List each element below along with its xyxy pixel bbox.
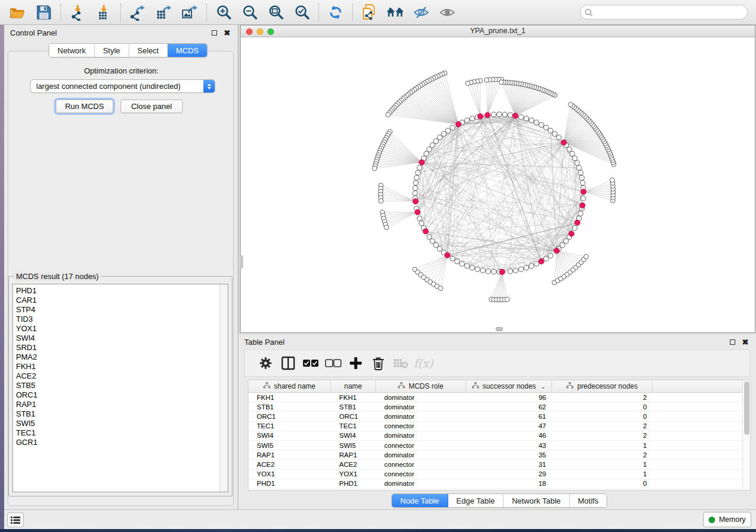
column-header-successor-nodes[interactable]: successor nodes⌄ [466,380,552,392]
hide-graphics-icon[interactable] [412,4,432,21]
export-table-icon[interactable] [154,4,174,21]
mcds-result-item[interactable]: ORC1 [13,390,219,399]
mcds-result-item[interactable]: STB1 [13,409,219,418]
table-row[interactable]: STB1STB1dominator620 [248,402,742,412]
mcds-result-item[interactable]: PMA2 [13,352,219,361]
node-table-header: shared namenameMCDS rolesuccessor nodes⌄… [248,380,742,393]
table-panel-titlebar: Table Panel ✖ [238,334,756,350]
import-table-icon[interactable] [94,4,114,21]
open-file-icon[interactable] [8,4,28,21]
network-canvas[interactable] [241,38,755,332]
column-header-predecessor-nodes[interactable]: predecessor nodes [552,380,653,392]
import-network-icon[interactable] [68,4,88,21]
tab-node-table[interactable]: Node Table [392,494,448,507]
tab-mcds[interactable]: MCDS [168,44,207,57]
tab-network-table[interactable]: Network Table [503,494,569,507]
table-row[interactable]: ACE2ACE2connector311 [248,460,742,469]
table-scrollbar-thumb[interactable] [744,382,749,435]
zoom-fit-icon[interactable] [266,4,286,21]
desktop-wallpaper-left [0,25,4,529]
table-scrollbar[interactable] [742,380,750,490]
export-network-icon[interactable] [127,4,148,21]
toolbar-separator [120,4,121,21]
export-image-icon[interactable] [180,4,200,21]
cell-name: ACE2 [331,461,376,468]
mcds-result-item[interactable]: SWI4 [13,333,219,342]
column-header-MCDS-role[interactable]: MCDS role [376,380,466,392]
close-panel-button[interactable]: Close panel [120,100,183,113]
mcds-result-item[interactable]: PHD1 [13,286,219,295]
table-row[interactable]: RAP1RAP1dominator352 [248,450,742,460]
gear-icon[interactable] [257,354,275,372]
left-splitter-handle-icon[interactable] [240,255,243,268]
table-toolbar: f(x) [244,350,750,377]
tab-network[interactable]: Network [49,44,95,57]
table-row[interactable]: TEC1TEC1connector472 [248,422,742,431]
mcds-result-list[interactable]: PHD1CAR1STP4TID3YOX1SWI4SRD1PMA2FKH1ACE2… [12,284,228,492]
add-column-icon[interactable] [347,354,365,372]
cell-successor-nodes: 61 [466,413,552,420]
column-label: predecessor nodes [577,382,637,390]
mcds-result-item[interactable]: STP4 [13,305,219,314]
float-panel-icon[interactable] [209,28,219,37]
optimization-criterion-dropdown[interactable]: largest connected component (undirected) [30,79,215,93]
deselect-all-icon[interactable] [324,354,342,372]
mcds-list-scrollbar[interactable] [219,284,228,492]
mcds-result-item[interactable]: ACE2 [13,371,219,380]
network-from-selection-icon[interactable] [359,4,379,21]
column-label: successor nodes [483,382,536,390]
mcds-result-item[interactable]: TEC1 [13,428,219,437]
refresh-layout-icon[interactable] [326,4,346,21]
save-session-icon[interactable] [34,4,54,21]
mcds-result-item[interactable]: SRD1 [13,342,219,352]
tab-edge-table[interactable]: Edge Table [448,494,504,507]
mcds-result-item[interactable]: STB5 [13,380,219,390]
optimization-criterion-label: Optimization criterion: [4,66,238,75]
column-header-name[interactable]: name [331,380,376,392]
mcds-result-item[interactable]: TID3 [13,314,219,323]
cell-predecessor-nodes: 1 [552,470,653,477]
table-row[interactable]: ORC1ORC1dominator610 [248,412,742,421]
table-panel-title: Table Panel [244,338,724,347]
tab-style[interactable]: Style [95,44,129,57]
delete-column-icon[interactable] [369,354,387,372]
mcds-result-item[interactable]: RAP1 [13,399,219,409]
sort-descending-icon: ⌄ [541,383,546,390]
tab-motifs[interactable]: Motifs [570,494,607,507]
close-table-panel-icon[interactable]: ✖ [741,337,750,347]
mcds-result-item[interactable]: GCR1 [13,437,219,447]
mcds-result-item[interactable]: YOX1 [13,323,219,333]
float-table-panel-icon[interactable] [728,337,737,347]
cell-shared-name: YOX1 [248,470,331,477]
cell-MCDS-role: connector [376,461,466,468]
table-row[interactable]: SWI4SWI4dominator462 [248,431,742,441]
mcds-result-item[interactable]: SWI5 [13,418,219,428]
show-all-networks-icon[interactable] [385,4,406,21]
node-table-body: FKH1FKH1dominator962STB1STB1dominator620… [248,393,742,490]
table-row[interactable]: PHD1PHD1dominator180 [248,479,742,489]
mcds-result-item[interactable]: FKH1 [13,361,219,371]
table-row[interactable]: SWI5SWI5connector431 [248,441,742,450]
search-input[interactable] [593,7,747,18]
column-visibility-icon[interactable] [279,354,297,372]
mcds-result-item[interactable]: CAR1 [13,295,219,305]
tree-column-icon [263,382,270,390]
network-window-titlebar[interactable]: YPA_prune.txt_1 [241,25,755,37]
zoom-selected-icon[interactable] [292,4,312,21]
cell-name: FKH1 [331,394,376,401]
run-mcds-button[interactable]: Run MCDS [56,100,113,113]
task-history-button[interactable] [7,512,24,527]
table-row[interactable]: YOX1YOX1connector291 [248,470,742,479]
table-row[interactable]: FKH1FKH1dominator962 [248,393,742,402]
zoom-out-icon[interactable] [240,4,260,21]
close-panel-icon[interactable]: ✖ [222,28,232,37]
column-header-shared-name[interactable]: shared name [248,380,331,392]
tab-select[interactable]: Select [129,44,168,57]
splitter-handle-icon[interactable] [496,327,503,331]
memory-button[interactable]: Memory [703,512,751,527]
select-all-icon[interactable] [302,354,320,372]
cell-successor-nodes: 43 [466,442,552,449]
zoom-in-icon[interactable] [213,4,234,21]
search-box[interactable] [580,5,748,20]
cell-shared-name: RAP1 [248,451,331,459]
